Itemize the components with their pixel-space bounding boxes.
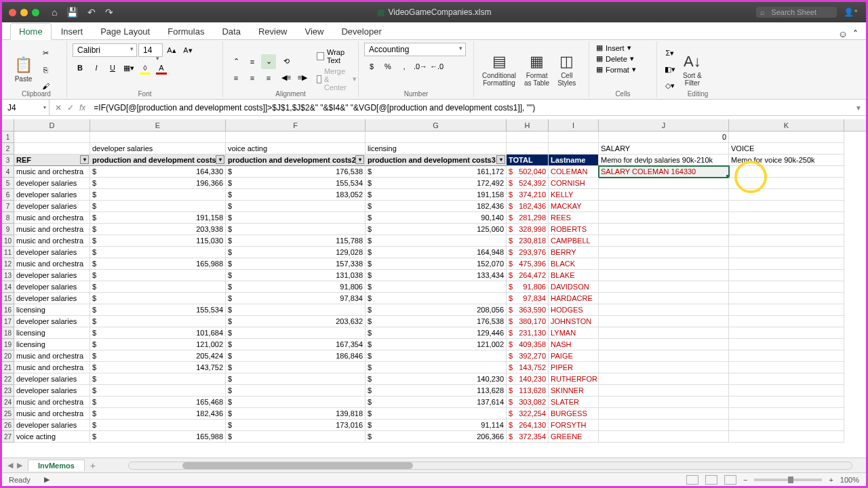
filter-dropdown-icon[interactable]: ▾ <box>80 155 89 164</box>
feedback-icon[interactable]: ☺ <box>838 28 848 39</box>
row-header[interactable]: 23 <box>2 385 14 396</box>
cell[interactable]: $ 167,354 <box>226 339 366 350</box>
cell[interactable] <box>599 304 729 316</box>
cell[interactable]: $ 143,752 <box>507 362 549 373</box>
col-header-D[interactable]: D <box>14 119 90 131</box>
row-header[interactable]: 2 <box>2 143 14 155</box>
zoom-slider[interactable] <box>754 479 822 481</box>
cell[interactable] <box>729 316 844 327</box>
filter-dropdown-icon[interactable]: ▾ <box>496 155 505 164</box>
decrease-indent-icon[interactable]: ◀≡ <box>279 70 294 85</box>
cell[interactable]: $ <box>226 212 366 224</box>
cell[interactable] <box>599 396 729 408</box>
cell[interactable]: $ 121,002 <box>366 339 507 350</box>
cell[interactable]: $ 502,040 <box>507 166 549 178</box>
cell[interactable]: $ 182,436 <box>366 201 507 212</box>
col-header-G[interactable]: G <box>366 119 507 131</box>
currency-icon[interactable]: $ <box>364 59 379 74</box>
search-sheet-input[interactable]: Search Sheet <box>756 7 837 18</box>
cell[interactable]: $ 164,948 <box>366 247 507 258</box>
tab-review[interactable]: Review <box>250 24 296 39</box>
align-center-icon[interactable]: ≡ <box>245 70 260 85</box>
cell[interactable] <box>729 362 844 373</box>
cell[interactable]: $ <box>90 189 226 201</box>
cell[interactable]: $ <box>226 362 366 373</box>
cell[interactable] <box>729 166 844 178</box>
cell[interactable]: $ <box>226 224 366 235</box>
cell[interactable] <box>599 189 729 201</box>
cell[interactable]: $ <box>90 281 226 293</box>
cell[interactable]: REES <box>549 212 599 224</box>
cell[interactable]: $ 90,140 <box>366 212 507 224</box>
cell-styles-button[interactable]: ◫Cell Styles <box>555 52 578 88</box>
row-header[interactable]: 7 <box>2 201 14 212</box>
cell[interactable]: PIPER <box>549 362 599 373</box>
cell[interactable]: $ 409,358 <box>507 339 549 350</box>
cell[interactable]: BURGESS <box>549 408 599 420</box>
row-header[interactable]: 19 <box>2 339 14 350</box>
italic-button[interactable]: I <box>89 60 104 75</box>
cell[interactable]: $ 139,818 <box>226 408 366 420</box>
orientation-icon[interactable]: ⟲ <box>279 54 294 69</box>
cell[interactable] <box>729 431 844 443</box>
cell[interactable]: SKINNER <box>549 385 599 396</box>
cell[interactable]: $ 186,846 <box>226 350 366 362</box>
table-header[interactable]: REF▾ <box>14 155 90 166</box>
row-header[interactable]: 9 <box>2 224 14 235</box>
row-header[interactable]: 17 <box>2 316 14 327</box>
cell[interactable]: licensing <box>14 327 90 339</box>
cell[interactable]: $ 374,210 <box>507 189 549 201</box>
cell[interactable] <box>507 143 549 155</box>
decrease-decimal-icon[interactable]: ←.0 <box>429 59 444 74</box>
fill-icon[interactable]: ◧▾ <box>663 62 677 77</box>
row-header[interactable]: 13 <box>2 270 14 281</box>
cell[interactable] <box>729 408 844 420</box>
cell[interactable]: $ 115,788 <box>226 235 366 247</box>
cell[interactable]: GREENE <box>549 431 599 443</box>
cell[interactable]: developer salaries <box>14 247 90 258</box>
cell[interactable]: RUTHERFORD <box>549 373 599 385</box>
cell[interactable] <box>599 201 729 212</box>
align-middle-icon[interactable]: ≡ <box>245 54 260 69</box>
cell[interactable]: developer salaries <box>14 373 90 385</box>
fill-color-button[interactable]: ◊ <box>138 60 153 75</box>
cell[interactable] <box>599 350 729 362</box>
cell[interactable]: Memo for devlp salaries 90k-210k <box>599 155 729 166</box>
cell[interactable]: $ 392,270 <box>507 350 549 362</box>
cell[interactable]: $ 97,834 <box>226 293 366 304</box>
sort-filter-button[interactable]: A↓Sort & Filter <box>680 52 705 88</box>
cell[interactable] <box>729 131 844 143</box>
row-header[interactable]: 6 <box>2 189 14 201</box>
cell[interactable]: CORNISH <box>549 178 599 189</box>
cell[interactable]: $ 203,938 <box>90 224 226 235</box>
underline-button[interactable]: U <box>105 60 120 75</box>
col-header-H[interactable]: H <box>507 119 549 131</box>
cell[interactable] <box>599 431 729 443</box>
col-header-I[interactable]: I <box>549 119 599 131</box>
table-header[interactable]: production and development costs2▾ <box>226 155 366 166</box>
expand-formula-icon[interactable]: ▾ <box>851 103 866 113</box>
cell[interactable]: $ <box>366 408 507 420</box>
cell[interactable]: $ 363,590 <box>507 304 549 316</box>
cell[interactable]: $ 231,130 <box>507 327 549 339</box>
cell[interactable]: $ 121,002 <box>90 339 226 350</box>
tab-page-layout[interactable]: Page Layout <box>92 24 158 39</box>
normal-view-icon[interactable] <box>686 475 698 485</box>
cell[interactable]: music and orchestra <box>14 235 90 247</box>
cell[interactable]: $ <box>90 316 226 327</box>
cell[interactable]: $ 125,060 <box>366 224 507 235</box>
row-header[interactable]: 21 <box>2 362 14 373</box>
row-header[interactable]: 8 <box>2 212 14 224</box>
conditional-formatting-button[interactable]: ▤Conditional Formatting <box>479 52 519 88</box>
cell[interactable]: $ 205,424 <box>90 350 226 362</box>
cell[interactable]: $ 113,628 <box>507 385 549 396</box>
qat-home-icon[interactable]: ⌂ <box>52 7 57 18</box>
table-header[interactable]: production and development costs3▾ <box>366 155 507 166</box>
cell[interactable] <box>599 327 729 339</box>
sheet-nav-next-icon[interactable]: ▶ <box>17 461 22 470</box>
cell[interactable]: NASH <box>549 339 599 350</box>
row-header[interactable]: 4 <box>2 166 14 178</box>
cell[interactable]: LYMAN <box>549 327 599 339</box>
cell[interactable]: $ 208,056 <box>366 304 507 316</box>
cell[interactable] <box>599 224 729 235</box>
